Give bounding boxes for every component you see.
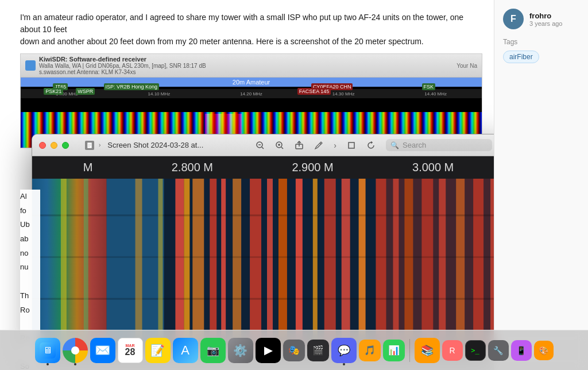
extra8-icon: 🎨 (539, 346, 548, 355)
dock-separator (409, 339, 410, 362)
extra4-icon: 📊 (388, 345, 400, 356)
svg-rect-26 (278, 179, 287, 352)
dock-discord-dot (343, 363, 345, 365)
dock-extra4[interactable]: 📊 (383, 340, 405, 361)
dock-extra7[interactable]: 📱 (511, 340, 532, 361)
tags-label: Tags (503, 38, 579, 46)
post-text: I'm an amateur radio operator, and I agr… (0, 0, 494, 53)
svg-rect-13 (349, 142, 354, 148)
author-initial: F (510, 14, 516, 24)
minimize-button[interactable] (51, 142, 57, 149)
svg-rect-23 (233, 179, 241, 352)
mail-icon: ✉️ (95, 343, 110, 358)
dock-extra6[interactable]: 🔧 (488, 340, 509, 361)
freq-label-2800: 2.800 M (172, 161, 213, 174)
dock-calendar[interactable]: MAR 28 (118, 338, 143, 363)
dock-appstore[interactable]: A (173, 338, 198, 363)
kiwisdr-subtitle2: s.swasson.net Antenna: KLM K7-34xs (39, 69, 206, 75)
kiwisdr-your-name: Your Na (457, 63, 477, 69)
tag-psk21-label: PSK21 (44, 88, 63, 95)
zoom-out-button[interactable] (256, 141, 265, 150)
svg-rect-40 (376, 179, 494, 352)
dock-chrome[interactable] (63, 338, 88, 363)
svg-rect-29 (324, 179, 336, 352)
freq-label-5: 14.40 MHz (424, 91, 447, 97)
dock-mail[interactable]: ✉️ (90, 338, 115, 363)
dock-discord[interactable]: 💬 (331, 338, 357, 363)
main-content: I'm an amateur radio operator, and I agr… (0, 0, 494, 370)
dock-notes[interactable]: 📝 (145, 338, 171, 363)
document-icon-svg (87, 142, 92, 149)
svg-rect-44 (32, 298, 494, 300)
svg-line-8 (281, 147, 283, 149)
freq-label-4: 14.30 MHz (332, 91, 355, 97)
rotate-button[interactable] (366, 141, 376, 150)
fullscreen-button[interactable] (62, 142, 69, 149)
svg-rect-45 (61, 179, 67, 352)
preview-search-box[interactable]: 🔍 Search (386, 139, 492, 151)
dock-extra2[interactable]: 🎬 (307, 340, 329, 361)
crop-button[interactable] (347, 141, 356, 150)
dock-extra5[interactable]: R (442, 340, 463, 361)
zoom-in-button[interactable] (275, 141, 284, 150)
page-chevron: › (99, 142, 100, 148)
dock-capcut[interactable]: ▶ (256, 338, 281, 363)
pencil-button[interactable] (314, 141, 323, 150)
kiwisdr-icon (25, 60, 36, 71)
svg-rect-48 (158, 179, 163, 352)
svg-line-12 (320, 143, 321, 144)
svg-rect-15 (32, 179, 107, 352)
facetime-icon: 📷 (207, 344, 219, 357)
freq-label-m: M (83, 161, 93, 174)
toolbar-icons: › 🔍 Search (256, 139, 492, 151)
tag-isp-label: ISP: VR2B Hong Kong (104, 83, 160, 90)
dock: 🖥 ✉️ MAR 28 📝 A 📷 ⚙️ ▶ 🎭 🎬 💬 (0, 330, 588, 370)
svg-rect-20 (192, 179, 204, 352)
dock-settings[interactable]: ⚙️ (228, 338, 253, 363)
svg-text:🖥: 🖥 (43, 345, 52, 355)
freq-label-2: 14.10 MHz (148, 91, 171, 97)
svg-rect-25 (267, 179, 273, 352)
terminal-icon: >_ (471, 346, 479, 354)
tag-wspr-label: WSPR (76, 88, 95, 95)
spectrum-band-label: 20m Amateur (21, 78, 482, 87)
notes-icon: 📝 (150, 344, 165, 357)
extra7-icon: 📱 (516, 346, 526, 355)
pencil-chevron[interactable]: › (334, 141, 336, 150)
svg-rect-18 (175, 179, 184, 352)
extra2-icon: 🎬 (312, 345, 324, 356)
dock-finder-dot (47, 363, 49, 365)
dock-finder[interactable]: 🖥 (35, 338, 60, 363)
dock-kindle[interactable]: 📚 (415, 338, 440, 363)
sidebar: F frohro 3 years ago Tags airFiber (494, 0, 588, 370)
svg-rect-27 (296, 179, 303, 352)
extra1-icon: 🎭 (288, 345, 300, 356)
svg-rect-31 (359, 179, 366, 352)
tag-chip-airfiber[interactable]: airFiber (503, 51, 539, 63)
dock-extra8[interactable]: 🎨 (534, 341, 554, 360)
dock-extra3[interactable]: 🎵 (359, 340, 381, 361)
share-button[interactable] (295, 141, 304, 150)
kiwisdr-title: KiwiSDR: Software-defined receiver (39, 56, 206, 63)
tag-facsea-label: FACSEA 145 (297, 88, 331, 95)
settings-icon: ⚙️ (233, 344, 247, 357)
discord-icon: 💬 (338, 344, 350, 357)
svg-rect-21 (210, 179, 216, 352)
svg-rect-42 (32, 214, 494, 216)
dock-extra1[interactable]: 🎭 (283, 340, 305, 361)
svg-rect-22 (221, 179, 226, 352)
svg-rect-28 (313, 179, 318, 352)
preview-filename: Screen Shot 2024-03-28 at... (107, 141, 203, 149)
dock-facetime[interactable]: 📷 (200, 338, 226, 363)
close-button[interactable] (39, 142, 46, 149)
preview-window: › Screen Shot 2024-03-28 at... › (32, 134, 494, 352)
chrome-center (71, 346, 79, 354)
tag-fsk-label: FSK (422, 83, 436, 90)
dock-chrome-dot (74, 363, 76, 365)
dock-terminal[interactable]: >_ (465, 340, 486, 361)
svg-rect-30 (342, 179, 350, 352)
preview-titlebar: › Screen Shot 2024-03-28 at... › (32, 134, 494, 156)
author-info: frohro 3 years ago (529, 11, 562, 27)
freq-display-bar: M 2.800 M 2.900 M 3.000 M (32, 156, 494, 179)
author-name[interactable]: frohro (529, 11, 562, 20)
